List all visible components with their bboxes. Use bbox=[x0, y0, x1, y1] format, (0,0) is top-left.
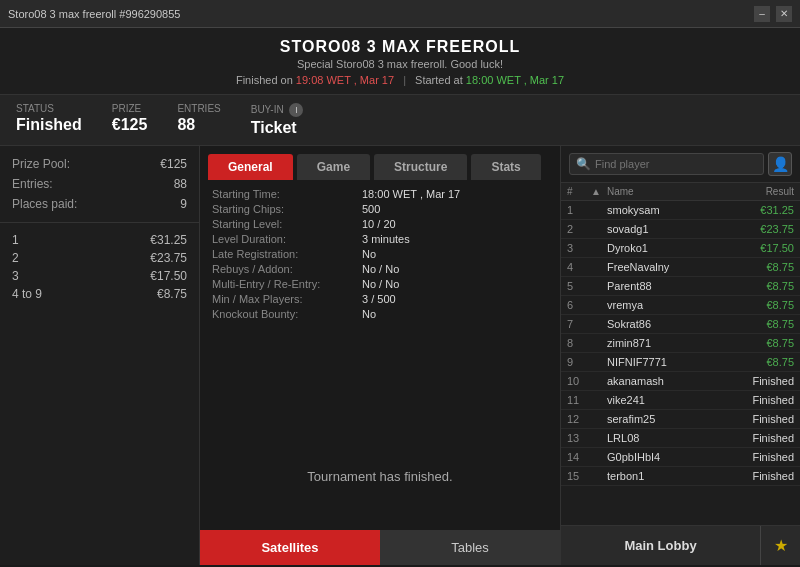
player-rank: 2 bbox=[567, 223, 591, 235]
entries-value-left: 88 bbox=[174, 177, 187, 191]
place-prize: €23.75 bbox=[150, 251, 187, 265]
tab-stats[interactable]: Stats bbox=[471, 154, 540, 180]
info-value: 3 minutes bbox=[362, 233, 548, 245]
player-result: €31.25 bbox=[734, 204, 794, 216]
player-row[interactable]: 8zimin871€8.75 bbox=[561, 334, 800, 353]
started-time: 18:00 WET , Mar 17 bbox=[466, 74, 564, 86]
info-value: 3 / 500 bbox=[362, 293, 548, 305]
player-row[interactable]: 9NIFNIF7771€8.75 bbox=[561, 353, 800, 372]
main-lobby-bar: Main Lobby ★ bbox=[561, 525, 800, 565]
finished-time: 19:08 WET , Mar 17 bbox=[296, 74, 394, 86]
player-result: €17.50 bbox=[734, 242, 794, 254]
window-controls: – ✕ bbox=[754, 6, 792, 22]
satellites-button[interactable]: Satellites bbox=[200, 530, 380, 565]
players-list: 1smokysam€31.252sovadg1€23.753Dyroko1€17… bbox=[561, 201, 800, 525]
favorite-button[interactable]: ★ bbox=[760, 526, 800, 565]
buyin-item: Buy-in i Ticket bbox=[251, 103, 304, 137]
info-label: Multi-Entry / Re-Entry: bbox=[212, 278, 352, 290]
place-rank: 1 bbox=[12, 233, 19, 247]
prize-label: Prize bbox=[112, 103, 148, 114]
search-input-wrap[interactable]: 🔍 bbox=[569, 153, 764, 175]
player-rank: 8 bbox=[567, 337, 591, 349]
player-rank: 11 bbox=[567, 394, 591, 406]
prize-pool-value: €125 bbox=[160, 157, 187, 171]
player-row[interactable]: 1smokysam€31.25 bbox=[561, 201, 800, 220]
player-result: €8.75 bbox=[734, 337, 794, 349]
info-icon: i bbox=[289, 103, 303, 117]
info-value: 10 / 20 bbox=[362, 218, 548, 230]
place-rank: 4 to 9 bbox=[12, 287, 42, 301]
player-row[interactable]: 12serafim25Finished bbox=[561, 410, 800, 429]
player-row[interactable]: 15terbon1Finished bbox=[561, 467, 800, 486]
player-rank: 15 bbox=[567, 470, 591, 482]
entries-label-left: Entries: bbox=[12, 177, 53, 191]
player-row[interactable]: 4FreeNavalny€8.75 bbox=[561, 258, 800, 277]
title-bar: Storo08 3 max freeroll #996290855 – ✕ bbox=[0, 0, 800, 28]
main-content: Prize Pool: €125 Entries: 88 Places paid… bbox=[0, 146, 800, 565]
player-row[interactable]: 14G0pbIHbI4Finished bbox=[561, 448, 800, 467]
places-paid-row: Places paid: 9 bbox=[12, 194, 187, 214]
entries-item: Entries 88 bbox=[177, 103, 220, 137]
buyin-label: Buy-in i bbox=[251, 103, 304, 117]
info-bar: Status Finished Prize €125 Entries 88 Bu… bbox=[0, 95, 800, 146]
entries-value: 88 bbox=[177, 116, 220, 134]
player-row[interactable]: 13LRL08Finished bbox=[561, 429, 800, 448]
tab-structure[interactable]: Structure bbox=[374, 154, 467, 180]
info-label: Starting Time: bbox=[212, 188, 352, 200]
sort-col[interactable]: ▲ bbox=[591, 186, 607, 197]
player-result: Finished bbox=[734, 375, 794, 387]
place-prize: €8.75 bbox=[157, 287, 187, 301]
player-row[interactable]: 7Sokrat86€8.75 bbox=[561, 315, 800, 334]
player-rank: 4 bbox=[567, 261, 591, 273]
player-row[interactable]: 6vremya€8.75 bbox=[561, 296, 800, 315]
players-header: # ▲ Name Result bbox=[561, 183, 800, 201]
close-button[interactable]: ✕ bbox=[776, 6, 792, 22]
places-paid-label: Places paid: bbox=[12, 197, 77, 211]
tables-button[interactable]: Tables bbox=[380, 530, 560, 565]
player-name: LRL08 bbox=[607, 432, 734, 444]
place-prize: €17.50 bbox=[150, 269, 187, 283]
tab-general[interactable]: General bbox=[208, 154, 293, 180]
tournament-title: STORO08 3 MAX FREEROLL bbox=[0, 38, 800, 56]
place-prize: €31.25 bbox=[150, 233, 187, 247]
info-label: Starting Level: bbox=[212, 218, 352, 230]
place-row: 4 to 9€8.75 bbox=[12, 285, 187, 303]
name-col: Name bbox=[607, 186, 734, 197]
tournament-header: STORO08 3 MAX FREEROLL Special Storo08 3… bbox=[0, 28, 800, 95]
player-result: €8.75 bbox=[734, 299, 794, 311]
player-rank: 12 bbox=[567, 413, 591, 425]
player-name: smokysam bbox=[607, 204, 734, 216]
minimize-button[interactable]: – bbox=[754, 6, 770, 22]
separator: | bbox=[403, 74, 409, 86]
info-value: No / No bbox=[362, 278, 548, 290]
player-row[interactable]: 2sovadg1€23.75 bbox=[561, 220, 800, 239]
place-row: 1€31.25 bbox=[12, 231, 187, 249]
prize-value: €125 bbox=[112, 116, 148, 134]
tournament-times: Finished on 19:08 WET , Mar 17 | Started… bbox=[0, 74, 800, 86]
player-row[interactable]: 10akanamashFinished bbox=[561, 372, 800, 391]
place-row: 3€17.50 bbox=[12, 267, 187, 285]
tab-game[interactable]: Game bbox=[297, 154, 370, 180]
hash-col: # bbox=[567, 186, 591, 197]
entries-row: Entries: 88 bbox=[12, 174, 187, 194]
main-lobby-button[interactable]: Main Lobby bbox=[561, 526, 760, 565]
prize-table: Prize Pool: €125 Entries: 88 Places paid… bbox=[0, 146, 199, 223]
player-row[interactable]: 5Parent88€8.75 bbox=[561, 277, 800, 296]
player-result: Finished bbox=[734, 413, 794, 425]
places-list: 1€31.252€23.753€17.504 to 9€8.75 bbox=[12, 231, 187, 303]
search-input[interactable] bbox=[595, 158, 757, 170]
player-result: Finished bbox=[734, 470, 794, 482]
place-rank: 2 bbox=[12, 251, 19, 265]
player-name: NIFNIF7771 bbox=[607, 356, 734, 368]
player-row[interactable]: 11vike241Finished bbox=[561, 391, 800, 410]
search-bar: 🔍 👤 bbox=[561, 146, 800, 183]
prize-pool-label: Prize Pool: bbox=[12, 157, 70, 171]
left-panel: Prize Pool: €125 Entries: 88 Places paid… bbox=[0, 146, 200, 565]
player-name: FreeNavalny bbox=[607, 261, 734, 273]
player-row[interactable]: 3Dyroko1€17.50 bbox=[561, 239, 800, 258]
info-label: Knockout Bounty: bbox=[212, 308, 352, 320]
friend-filter-button[interactable]: 👤 bbox=[768, 152, 792, 176]
places-section: 1€31.252€23.753€17.504 to 9€8.75 bbox=[0, 223, 199, 311]
info-value: No / No bbox=[362, 263, 548, 275]
middle-panel: General Game Structure Stats Starting Ti… bbox=[200, 146, 560, 565]
